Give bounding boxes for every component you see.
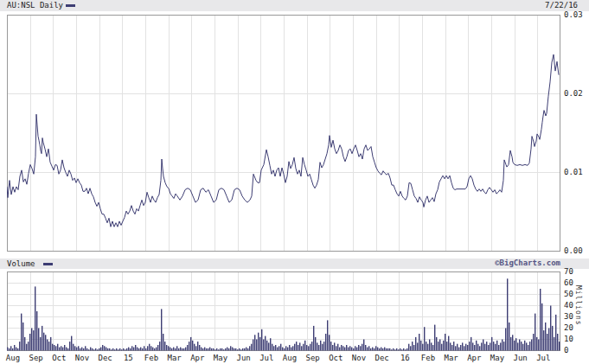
x-axis-month-label: Jun [514,354,528,362]
price-legend-dash-icon [66,4,75,7]
x-axis-month-label: 16 [400,354,410,362]
x-axis-month-label: Feb [144,354,158,362]
price-ytick-label: 0.00 [564,246,583,255]
x-axis-month-label: Nov [352,354,366,362]
x-axis-month-label: Nov [75,354,89,362]
x-axis-month-label: Oct [329,354,343,362]
x-axis-month-label: Apr [467,354,481,362]
x-axis-month-label: Dec [375,354,389,362]
x-axis-month-label: Sep [306,354,320,362]
x-axis-month-label: Oct [52,354,66,362]
chart-header-band: AU:NSL Daily 7/22/16 [0,0,589,11]
x-axis-month-label: Aug [283,354,297,362]
x-axis-month-label: May [214,354,227,362]
volume-ytick-label: 10 [564,335,573,343]
volume-axis-unit-label: Millions [574,285,582,326]
x-axis-month-label: Jul [259,354,273,362]
volume-bar-chart [7,271,560,351]
x-axis-month-label: Apr [190,354,204,362]
x-axis-month-label: Aug [6,354,20,362]
volume-label: Volume [7,259,35,269]
x-axis-month-label: Dec [99,354,112,362]
volume-ytick-label: 70 [564,267,573,276]
x-axis-month-label: Sep [29,354,43,362]
bigcharts-copyright: ©BigCharts.com [495,259,560,268]
volume-ytick-label: 40 [564,301,573,310]
volume-ytick-label: 30 [564,312,573,321]
price-line-chart [7,15,560,252]
volume-ytick-label: 50 [564,290,573,298]
volume-legend-dash-icon [43,263,53,265]
bigcharts-stock-chart: AU:NSL Daily 7/22/16 Volume ©BigCharts.c… [0,0,589,364]
volume-ytick-label: 20 [564,323,573,332]
x-axis-month-label: 15 [124,354,133,362]
price-ytick-label: 0.02 [564,89,583,98]
volume-ytick-label: 60 [564,278,573,287]
x-axis-month-label: May [490,354,504,362]
price-ytick-label: 0.03 [564,10,583,19]
x-axis-month-label: Feb [421,354,435,362]
x-axis-month-label: Mar [168,354,182,362]
x-axis-month-label: Jun [237,354,251,362]
x-axis-month-label: Mar [445,354,458,362]
price-ytick-label: 0.01 [564,168,583,176]
volume-ytick-label: 0 [564,346,568,354]
volume-header-band: Volume ©BigCharts.com [0,259,589,269]
symbol-title: AU:NSL Daily [7,1,63,10]
chart-date: 7/22/16 [545,1,578,10]
x-axis-month-label: Jul [536,354,550,362]
